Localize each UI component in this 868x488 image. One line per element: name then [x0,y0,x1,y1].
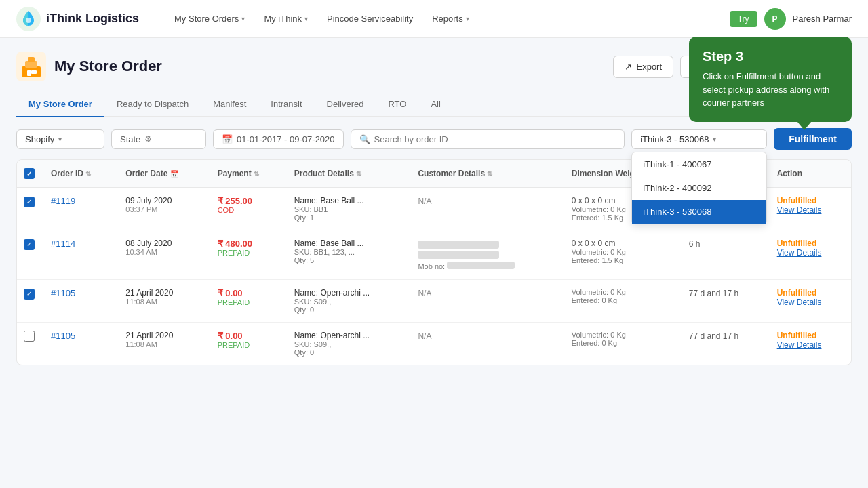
state-filter[interactable]: State ⚙ [111,129,206,149]
time-value: 6 h [689,239,701,249]
nav-my-ithink[interactable]: My iThink ▾ [256,9,316,28]
status-badge: Unfulfilled [777,288,844,298]
dimensions: 0 x 0 x 0 cm [572,239,675,248]
warehouse-option-3[interactable]: iThink-3 - 530068 [632,200,766,224]
order-date: 08 July 2020 [125,239,203,248]
row-checkbox[interactable] [24,289,35,300]
sort-icon[interactable]: ⇅ [356,170,361,178]
product-qty: Qty: 1 [294,214,405,222]
avatar: P [764,8,786,30]
sort-icon[interactable]: ⇅ [85,170,91,178]
export-button[interactable]: ↗ Export [613,56,673,78]
logo[interactable]: iThink Logistics [16,7,139,31]
step-text: Click on Fulfillment button and select p… [703,70,838,110]
sort-icon[interactable]: ⇅ [254,170,259,178]
row-checkbox[interactable] [24,331,35,342]
warehouse-option-1[interactable]: iThink-1 - 400067 [632,152,766,176]
order-id: #1114 [51,239,75,249]
page-content: Step 3 Click on Fulfillment button and s… [0,38,868,488]
date-filter[interactable]: 📅 01-01-2017 - 09-07-2020 [213,129,344,149]
chevron-down-icon: ▾ [713,136,716,143]
col-action: Action [770,160,851,188]
col-product-details: Product Details ⇅ [288,160,412,188]
fulfillment-button[interactable]: Fulfillment [774,128,852,150]
page-title-wrap: My Store Order [16,52,162,81]
warehouse-dropdown[interactable]: iThink-3 - 530068 ▾ [631,129,767,149]
table-row: #1105 21 April 2020 11:08 AM ₹ 0.00 PREP… [17,280,851,323]
nav-reports[interactable]: Reports ▾ [424,9,477,28]
view-details-link[interactable]: View Details [777,248,844,258]
mob-label: Mob no: [418,262,515,270]
logo-text: iThink Logistics [46,12,139,26]
nav-my-store-orders[interactable]: My Store Orders ▾ [166,9,253,28]
warehouse-dropdown-menu: iThink-1 - 400067 iThink-2 - 400092 iThi… [631,152,767,224]
customer-details: Mob no: [411,230,564,280]
view-details-link[interactable]: View Details [777,298,844,307]
order-date: 09 July 2020 [125,196,203,205]
chevron-down-icon: ▾ [241,15,245,22]
order-time: 10:34 AM [125,248,203,256]
row-checkbox[interactable] [24,197,35,207]
tab-delivered[interactable]: Delivered [315,92,376,117]
svg-point-1 [26,18,31,23]
time-value: 77 d and 17 h [689,289,738,298]
store-icon [16,52,46,81]
svg-rect-5 [28,57,35,62]
shopify-filter[interactable]: Shopify ▾ [16,129,104,149]
search-box[interactable]: 🔍 [351,129,625,149]
nav-pincode[interactable]: Pincode Serviceability [319,9,421,28]
main-nav: My Store Orders ▾ My iThink ▾ Pincode Se… [166,9,730,28]
search-icon: 🔍 [359,134,370,144]
try-button[interactable]: Try [730,11,757,27]
row-checkbox[interactable] [24,239,35,250]
time-value: 77 d and 17 h [689,331,738,341]
order-time: 11:08 AM [125,298,203,306]
order-amount: ₹ 255.00 [218,196,281,206]
product-qty: Qty: 5 [294,256,405,264]
product-name: Name: Open-archi ... [294,288,405,298]
volumetric: Volumetric: 0 Kg [572,288,675,296]
order-id: #1119 [51,196,75,206]
entered-weight: Entered: 1.5 Kg [572,256,675,264]
calendar-icon: 📅 [222,134,233,144]
product-name: Name: Base Ball ... [294,196,405,205]
customer-name-blur [418,241,499,249]
payment-type: PREPAID [218,298,281,306]
product-sku: SKU: S09,, [294,298,405,306]
sort-icon[interactable]: ⇅ [487,170,492,178]
page-title: My Store Order [54,58,162,75]
tab-all[interactable]: All [418,92,452,117]
tab-rto[interactable]: RTO [376,92,418,117]
product-sku: SKU: BB1 [294,205,405,214]
mob-blur [447,262,515,269]
date-range-label: 01-01-2017 - 09-07-2020 [237,134,335,144]
warehouse-selected: iThink-3 - 530068 [640,134,709,144]
shopify-label: Shopify [25,134,54,144]
view-details-link[interactable]: View Details [777,340,844,350]
tab-my-store-order[interactable]: My Store Order [16,92,104,117]
warehouse-option-2[interactable]: iThink-2 - 400092 [632,176,766,200]
main-header: iThink Logistics My Store Orders ▾ My iT… [0,0,868,38]
select-all-checkbox[interactable] [24,168,35,179]
order-amount: ₹ 480.00 [218,239,281,249]
chevron-down-icon: ▾ [304,15,308,22]
tab-manifest[interactable]: Manifest [201,92,258,117]
step-tooltip: Step 3 Click on Fulfillment button and s… [689,37,852,122]
chevron-down-icon: ▾ [58,136,62,143]
col-order-id: Order ID ⇅ [44,160,119,188]
step-title: Step 3 [703,49,838,64]
svg-rect-6 [27,70,31,76]
view-details-link[interactable]: View Details [777,205,844,215]
sort-icon[interactable]: 📅 [170,170,178,178]
entered-weight: Entered: 0 Kg [572,339,675,347]
tab-intransit[interactable]: Intransit [258,92,314,117]
order-time: 03:37 PM [125,205,203,214]
header-right: Try P Paresh Parmar [730,8,852,30]
order-date: 21 April 2020 [125,288,203,298]
order-id: #1105 [51,288,75,298]
table-row: #1114 08 July 2020 10:34 AM ₹ 480.00 PRE… [17,230,851,280]
tab-ready-to-dispatch[interactable]: Ready to Dispatch [104,92,201,117]
product-qty: Qty: 0 [294,348,405,357]
search-input[interactable] [374,134,616,144]
chevron-down-icon: ▾ [466,15,469,22]
